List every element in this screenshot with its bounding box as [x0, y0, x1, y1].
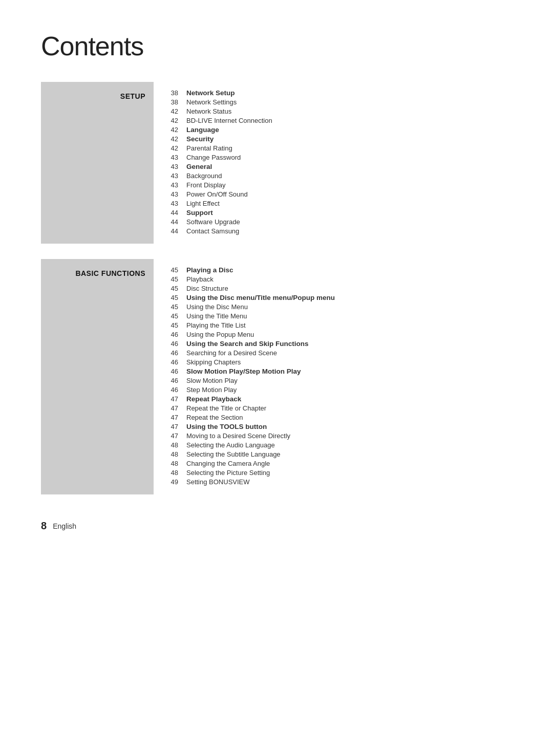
toc-row: 49Setting BONUSVIEW — [169, 478, 512, 486]
toc-page-number: 45 — [169, 312, 186, 320]
toc-entry-text: Repeat the Section — [186, 414, 243, 421]
toc-entry-text: Support — [186, 209, 213, 217]
toc-page-number: 43 — [169, 181, 186, 189]
toc-page-number: 42 — [169, 107, 186, 115]
toc-row: 38Network Settings — [169, 98, 512, 106]
toc-row: 45Using the Disc Menu — [169, 303, 512, 311]
toc-entry-text: Using the Search and Skip Functions — [186, 340, 309, 348]
toc-entry-text: Using the Disc menu/Title menu/Popup men… — [186, 294, 335, 301]
toc-row: 48Changing the Camera Angle — [169, 460, 512, 467]
toc-page-number: 43 — [169, 200, 186, 207]
toc-page-number: 38 — [169, 98, 186, 106]
toc-entry-text: Slow Motion Play — [186, 377, 238, 384]
toc-entry-text: Language — [186, 126, 219, 134]
section-label-box-setup: SETUP — [41, 82, 154, 244]
toc-page-number: 46 — [169, 349, 186, 357]
toc-page-number: 49 — [169, 478, 186, 486]
toc-row: 43Background — [169, 172, 512, 180]
toc-row: 45Using the Disc menu/Title menu/Popup m… — [169, 294, 512, 301]
toc-page-number: 45 — [169, 275, 186, 283]
toc-entry-text: Background — [186, 172, 222, 180]
toc-page-number: 47 — [169, 395, 186, 403]
toc-row: 48Selecting the Subtitle Language — [169, 450, 512, 458]
toc-row: 45Playing the Title List — [169, 321, 512, 329]
toc-row: 38Network Setup — [169, 89, 512, 97]
toc-entry-text: Skipping Chapters — [186, 358, 241, 366]
toc-row: 47Repeat Playback — [169, 395, 512, 403]
page-title: Contents — [41, 31, 512, 61]
toc-row: 47Repeat the Title or Chapter — [169, 404, 512, 412]
toc-page-number: 44 — [169, 227, 186, 235]
toc-page-number: 46 — [169, 377, 186, 384]
toc-entry-text: Change Password — [186, 154, 241, 161]
toc-page-number: 38 — [169, 89, 186, 97]
toc-page-number: 48 — [169, 469, 186, 477]
toc-page-number: 48 — [169, 460, 186, 467]
toc-entry-text: Moving to a Desired Scene Directly — [186, 432, 290, 440]
toc-entry-text: Network Status — [186, 107, 231, 115]
toc-entry-text: Network Setup — [186, 89, 235, 97]
toc-row: 45Using the Title Menu — [169, 312, 512, 320]
toc-page-number: 45 — [169, 303, 186, 311]
toc-page-number: 47 — [169, 432, 186, 440]
toc-entry-text: Searching for a Desired Scene — [186, 349, 277, 357]
toc-page-number: 47 — [169, 414, 186, 421]
toc-page-number: 46 — [169, 340, 186, 348]
toc-entry-text: Using the Popup Menu — [186, 331, 254, 338]
toc-page-number: 48 — [169, 450, 186, 458]
toc-row: 48Selecting the Audio Language — [169, 441, 512, 449]
toc-page-number: 46 — [169, 368, 186, 375]
toc-row: 43Change Password — [169, 154, 512, 161]
toc-page-number: 48 — [169, 441, 186, 449]
footer: 8 English — [41, 520, 512, 532]
section-setup: SETUP38Network Setup38Network Settings42… — [41, 82, 512, 244]
toc-row: 43Front Display — [169, 181, 512, 189]
toc-row: 48Selecting the Picture Setting — [169, 469, 512, 477]
toc-entry-text: Front Display — [186, 181, 226, 189]
toc-entry-text: Power On/Off Sound — [186, 190, 248, 198]
toc-entry-text: Parental Rating — [186, 144, 232, 152]
toc-row: 46Slow Motion Play/Step Motion Play — [169, 368, 512, 375]
toc-row: 45Disc Structure — [169, 285, 512, 292]
toc-entry-text: Slow Motion Play/Step Motion Play — [186, 368, 301, 375]
toc-page-number: 43 — [169, 154, 186, 161]
toc-row: 44Support — [169, 209, 512, 217]
toc-entry-text: Network Settings — [186, 98, 237, 106]
toc-row: 45Playback — [169, 275, 512, 283]
toc-entry-text: Security — [186, 135, 214, 143]
toc-page-number: 45 — [169, 266, 186, 274]
toc-container: SETUP38Network Setup38Network Settings42… — [41, 82, 512, 494]
toc-entry-text: Using the Title Menu — [186, 312, 247, 320]
toc-page-number: 43 — [169, 163, 186, 170]
toc-row: 46Step Motion Play — [169, 386, 512, 394]
toc-entry-text: Repeat the Title or Chapter — [186, 404, 266, 412]
footer-language: English — [53, 522, 76, 530]
section-basic-functions: BASIC FUNCTIONS45Playing a Disc45Playbac… — [41, 259, 512, 494]
toc-row: 42Security — [169, 135, 512, 143]
toc-entry-text: Using the TOOLS button — [186, 423, 267, 430]
section-content-setup: 38Network Setup38Network Settings42Netwo… — [154, 82, 512, 244]
toc-row: 47Repeat the Section — [169, 414, 512, 421]
toc-page-number: 43 — [169, 172, 186, 180]
toc-row: 46Searching for a Desired Scene — [169, 349, 512, 357]
toc-row: 42BD-LIVE Internet Connection — [169, 117, 512, 124]
toc-page-number: 42 — [169, 135, 186, 143]
toc-row: 44Contact Samsung — [169, 227, 512, 235]
toc-row: 43Light Effect — [169, 200, 512, 207]
toc-row: 42Network Status — [169, 107, 512, 115]
toc-page-number: 42 — [169, 117, 186, 124]
toc-page-number: 44 — [169, 209, 186, 217]
toc-row: 47Moving to a Desired Scene Directly — [169, 432, 512, 440]
toc-row: 47Using the TOOLS button — [169, 423, 512, 430]
section-content-basic-functions: 45Playing a Disc45Playback45Disc Structu… — [154, 259, 512, 494]
toc-page-number: 46 — [169, 331, 186, 338]
toc-entry-text: Light Effect — [186, 200, 220, 207]
toc-entry-text: Software Upgrade — [186, 218, 240, 226]
section-label-box-basic-functions: BASIC FUNCTIONS — [41, 259, 154, 494]
toc-entry-text: Contact Samsung — [186, 227, 239, 235]
toc-row: 42Parental Rating — [169, 144, 512, 152]
toc-entry-text: Repeat Playback — [186, 395, 241, 403]
toc-page-number: 46 — [169, 358, 186, 366]
toc-entry-text: Setting BONUSVIEW — [186, 478, 250, 486]
toc-page-number: 45 — [169, 285, 186, 292]
